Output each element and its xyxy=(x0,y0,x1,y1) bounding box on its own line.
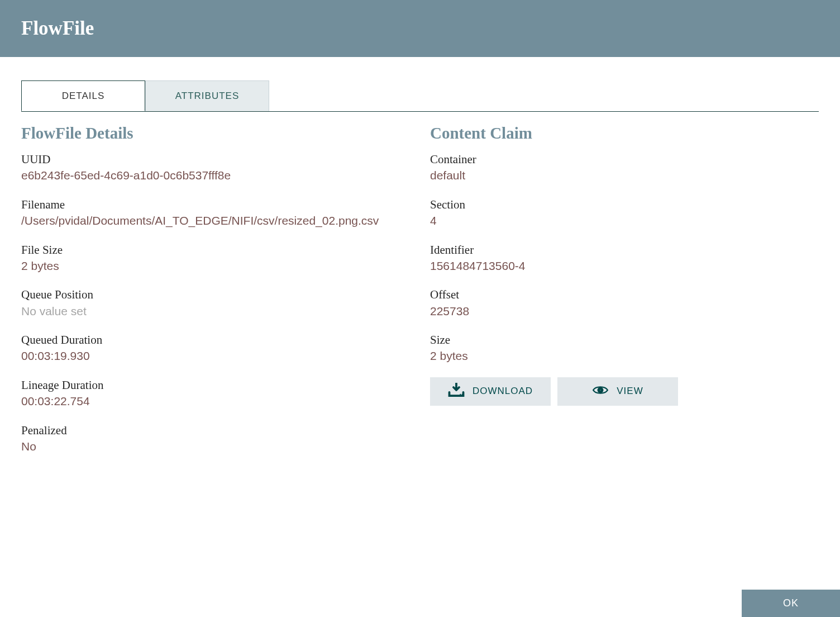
download-label: DOWNLOAD xyxy=(472,386,533,397)
filesize-value: 2 bytes xyxy=(21,258,410,274)
flowfile-details-column: FlowFile Details UUID e6b243fe-65ed-4c69… xyxy=(21,124,430,467)
penalized-label: Penalized xyxy=(21,423,410,438)
filename-label: Filename xyxy=(21,197,410,212)
dialog-footer: OK xyxy=(742,590,840,617)
download-icon xyxy=(448,383,465,400)
content-claim-column: Content Claim Container default Section … xyxy=(430,124,819,467)
tab-attributes[interactable]: ATTRIBUTES xyxy=(145,80,269,111)
identifier-value: 1561484713560-4 xyxy=(430,258,819,274)
lineage-duration-field: Lineage Duration 00:03:22.754 xyxy=(21,377,410,410)
svg-rect-0 xyxy=(460,394,461,395)
dialog-content: DETAILS ATTRIBUTES FlowFile Details UUID… xyxy=(0,57,840,467)
filename-field: Filename /Users/pvidal/Documents/AI_TO_E… xyxy=(21,197,410,230)
ok-label: OK xyxy=(783,597,799,609)
eye-icon xyxy=(592,383,609,400)
ok-button[interactable]: OK xyxy=(742,590,840,617)
flowfile-details-title: FlowFile Details xyxy=(21,124,410,143)
container-field: Container default xyxy=(430,151,819,184)
container-value: default xyxy=(430,167,819,184)
lineage-duration-label: Lineage Duration xyxy=(21,377,410,393)
svg-point-3 xyxy=(600,389,602,391)
tab-attributes-label: ATTRIBUTES xyxy=(175,91,240,102)
container-label: Container xyxy=(430,151,819,167)
content-claim-title: Content Claim xyxy=(430,124,819,143)
penalized-value: No xyxy=(21,438,410,455)
queued-duration-field: Queued Duration 00:03:19.930 xyxy=(21,332,410,365)
uuid-label: UUID xyxy=(21,151,410,167)
filesize-field: File Size 2 bytes xyxy=(21,242,410,275)
lineage-duration-value: 00:03:22.754 xyxy=(21,393,410,410)
section-label: Section xyxy=(430,197,819,212)
size-label: Size xyxy=(430,332,819,348)
tab-details[interactable]: DETAILS xyxy=(21,80,145,111)
uuid-value: e6b243fe-65ed-4c69-a1d0-0c6b537fff8e xyxy=(21,167,410,184)
queue-position-label: Queue Position xyxy=(21,287,410,302)
tab-details-label: DETAILS xyxy=(62,91,105,102)
uuid-field: UUID e6b243fe-65ed-4c69-a1d0-0c6b537fff8… xyxy=(21,151,410,184)
offset-field: Offset 225738 xyxy=(430,287,819,320)
view-button[interactable]: VIEW xyxy=(557,377,678,406)
filesize-label: File Size xyxy=(21,242,410,258)
queue-position-value: No value set xyxy=(21,303,410,320)
size-field: Size 2 bytes xyxy=(430,332,819,365)
details-panel: FlowFile Details UUID e6b243fe-65ed-4c69… xyxy=(21,112,819,467)
content-actions: DOWNLOAD VIEW xyxy=(430,377,819,406)
identifier-label: Identifier xyxy=(430,242,819,258)
offset-label: Offset xyxy=(430,287,819,302)
section-value: 4 xyxy=(430,212,819,229)
dialog-title: FlowFile xyxy=(21,17,94,40)
view-label: VIEW xyxy=(617,386,643,397)
offset-value: 225738 xyxy=(430,303,819,320)
tab-bar: DETAILS ATTRIBUTES xyxy=(21,80,819,112)
identifier-field: Identifier 1561484713560-4 xyxy=(430,242,819,275)
dialog-header: FlowFile xyxy=(0,0,840,57)
queue-position-field: Queue Position No value set xyxy=(21,287,410,320)
filename-value: /Users/pvidal/Documents/AI_TO_EDGE/NIFI/… xyxy=(21,212,410,229)
size-value: 2 bytes xyxy=(430,348,819,364)
download-button[interactable]: DOWNLOAD xyxy=(430,377,551,406)
queued-duration-value: 00:03:19.930 xyxy=(21,348,410,364)
penalized-field: Penalized No xyxy=(21,423,410,455)
queued-duration-label: Queued Duration xyxy=(21,332,410,348)
section-field: Section 4 xyxy=(430,197,819,230)
svg-rect-1 xyxy=(462,394,464,395)
